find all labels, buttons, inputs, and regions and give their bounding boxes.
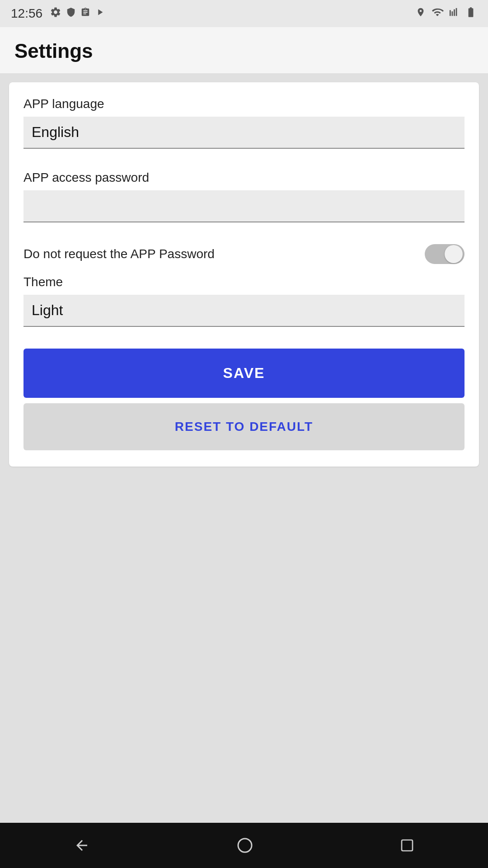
toggle-row: Do not request the APP Password: [23, 244, 465, 264]
svg-rect-1: [452, 11, 453, 16]
wifi-icon: [431, 6, 444, 21]
location-icon: [416, 6, 426, 21]
nav-bar: [0, 823, 488, 868]
clipboard-icon: [80, 6, 90, 21]
toggle-label: Do not request the APP Password: [23, 247, 215, 261]
svg-rect-3: [456, 8, 457, 16]
app-title-bar: Settings: [0, 27, 488, 73]
save-button[interactable]: SAVE: [23, 349, 465, 398]
recents-button[interactable]: [400, 838, 414, 853]
password-label: APP access password: [23, 170, 465, 185]
back-button[interactable]: [74, 837, 90, 854]
gear-icon: [50, 6, 61, 21]
password-input[interactable]: [23, 190, 465, 222]
status-bar-right: [416, 6, 477, 21]
language-input[interactable]: [23, 117, 465, 149]
play-icon: [95, 6, 105, 21]
page-title: Settings: [14, 40, 474, 62]
battery-icon: [465, 6, 477, 21]
shield-icon: [66, 6, 76, 21]
signal-icon: [449, 6, 459, 21]
theme-label: Theme: [23, 275, 465, 289]
theme-section: Theme: [23, 275, 465, 340]
language-label: APP language: [23, 97, 465, 111]
toggle-switch[interactable]: [425, 244, 465, 264]
settings-card: APP language APP access password Do not …: [9, 82, 479, 467]
svg-rect-5: [402, 840, 413, 851]
reset-button[interactable]: RESET TO DEFAULT: [23, 403, 465, 450]
svg-rect-2: [454, 9, 455, 16]
main-content: APP language APP access password Do not …: [0, 73, 488, 823]
language-section: APP language: [23, 97, 465, 161]
status-bar: 12:56: [0, 0, 488, 27]
svg-rect-0: [450, 10, 451, 16]
toggle-knob: [445, 245, 463, 263]
status-bar-left: 12:56: [11, 6, 105, 21]
theme-input[interactable]: [23, 295, 465, 327]
password-section: APP access password: [23, 170, 465, 235]
svg-point-4: [238, 839, 252, 852]
status-icons: [50, 6, 105, 21]
status-time: 12:56: [11, 6, 42, 21]
home-button[interactable]: [237, 837, 253, 854]
